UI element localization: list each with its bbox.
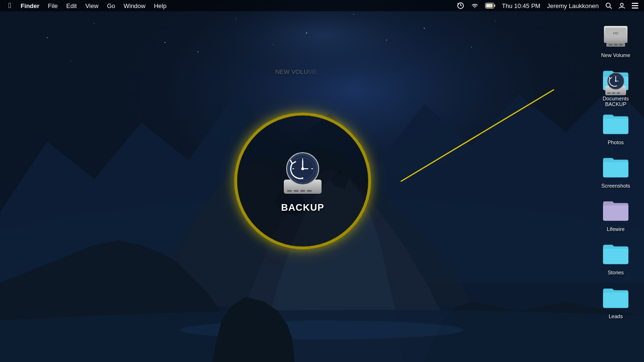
svg-point-4	[94, 23, 95, 24]
svg-point-52	[615, 81, 617, 82]
svg-point-11	[70, 61, 71, 62]
svg-rect-55	[287, 190, 292, 192]
svg-text:⚡: ⚡	[488, 4, 492, 8]
photos-label: Photos	[608, 139, 624, 146]
svg-point-13	[273, 44, 273, 45]
spotlight-search-icon[interactable]	[603, 2, 614, 9]
center-backup-icon	[277, 149, 329, 201]
menubar-file[interactable]: File	[44, 0, 62, 11]
svg-point-68	[301, 167, 304, 170]
svg-point-9	[424, 28, 425, 29]
control-center-icon[interactable]	[630, 3, 640, 8]
svg-point-3	[47, 37, 48, 38]
time-machine-menubar-icon[interactable]	[455, 2, 466, 9]
svg-point-14	[386, 40, 387, 41]
svg-rect-38	[614, 44, 618, 46]
svg-point-6	[235, 18, 236, 19]
svg-rect-31	[632, 8, 638, 8]
svg-point-10	[495, 21, 495, 22]
desktop-icon-backup[interactable]: BACKUP	[597, 70, 635, 107]
svg-rect-45	[612, 92, 615, 94]
menubar-edit[interactable]: Edit	[63, 0, 81, 11]
svg-rect-29	[632, 3, 638, 4]
desktop-icons-area: HD New Volume Documents Photos	[597, 19, 635, 321]
menubar-username[interactable]: Jeremy Laukkonen	[545, 2, 601, 9]
svg-point-7	[306, 33, 307, 33]
desktop-icon-stories[interactable]: Stories	[597, 236, 635, 278]
svg-rect-58	[307, 190, 312, 192]
battery-menubar-icon[interactable]: ⚡	[483, 3, 497, 8]
menubar:  Finder File Edit View Go Window Help	[0, 0, 644, 11]
svg-rect-35	[605, 42, 626, 42]
account-icon[interactable]	[617, 2, 627, 9]
apple-menu[interactable]: 	[4, 0, 16, 11]
menubar-help[interactable]: Help	[150, 0, 170, 11]
screenshots-label: Screenshots	[601, 182, 630, 189]
svg-line-27	[610, 7, 612, 9]
svg-rect-39	[619, 44, 623, 46]
svg-rect-46	[617, 92, 620, 94]
center-backup-label: BACKUP	[281, 202, 324, 213]
desktop-icon-photos[interactable]: Photos	[597, 106, 635, 148]
desktop-icon-lifewire[interactable]: Lifewire	[597, 193, 635, 234]
backup-desktop-label: BACKUP	[605, 101, 626, 107]
svg-text:HD: HD	[613, 31, 619, 35]
svg-rect-56	[294, 190, 298, 192]
menubar-finder[interactable]: Finder	[17, 0, 43, 11]
lifewire-label: Lifewire	[607, 226, 625, 232]
menubar-datetime[interactable]: Thu 10:45 PM	[500, 2, 543, 9]
wifi-menubar-icon[interactable]	[469, 2, 480, 9]
desktop-icon-screenshots[interactable]: Screenshots	[597, 149, 635, 191]
svg-rect-23	[494, 5, 495, 7]
new-volume-label: New Volume	[601, 52, 630, 58]
center-spotlight-annotation: BACKUP	[234, 113, 371, 249]
stories-label: Stories	[608, 269, 624, 276]
svg-rect-44	[607, 92, 611, 94]
menubar-view[interactable]: View	[82, 0, 102, 11]
svg-point-28	[620, 3, 623, 6]
svg-point-5	[165, 42, 165, 43]
svg-point-12	[198, 51, 198, 52]
menubar-go[interactable]: Go	[103, 0, 119, 11]
desktop-icon-leads[interactable]: Leads	[597, 280, 635, 321]
svg-rect-57	[300, 190, 305, 192]
svg-rect-37	[609, 44, 612, 46]
desktop-icon-new-volume[interactable]: HD New Volume	[597, 19, 635, 60]
svg-point-8	[353, 14, 354, 15]
menubar-window[interactable]: Window	[120, 0, 149, 11]
svg-point-15	[471, 47, 472, 48]
svg-rect-30	[632, 5, 638, 6]
leads-label: Leads	[609, 313, 623, 320]
